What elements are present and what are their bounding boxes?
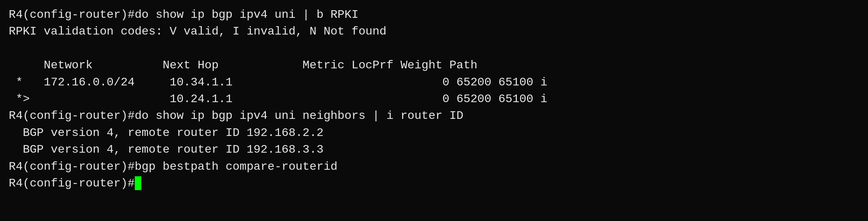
terminal-blank-line — [9, 40, 859, 57]
terminal: R4(config-router)#do show ip bgp ipv4 un… — [9, 7, 859, 214]
terminal-line-5: * 172.16.0.0/24 10.34.1.1 0 65200 65100 … — [9, 74, 859, 91]
terminal-cursor — [135, 176, 141, 190]
terminal-line-8: BGP version 4, remote router ID 192.168.… — [9, 125, 859, 141]
terminal-line-10: R4(config-router)#bgp bestpath compare-r… — [9, 158, 859, 175]
terminal-line-9: BGP version 4, remote router ID 192.168.… — [9, 141, 859, 158]
terminal-line-2: RPKI validation codes: V valid, I invali… — [9, 23, 859, 40]
terminal-line-11: R4(config-router)# — [9, 175, 859, 192]
terminal-line-7: R4(config-router)#do show ip bgp ipv4 un… — [9, 108, 859, 124]
terminal-line-1: R4(config-router)#do show ip bgp ipv4 un… — [9, 7, 859, 23]
terminal-line-4: Network Next Hop Metric LocPrf Weight Pa… — [9, 57, 859, 74]
terminal-line-6: *> 10.24.1.1 0 65200 65100 i — [9, 91, 859, 108]
